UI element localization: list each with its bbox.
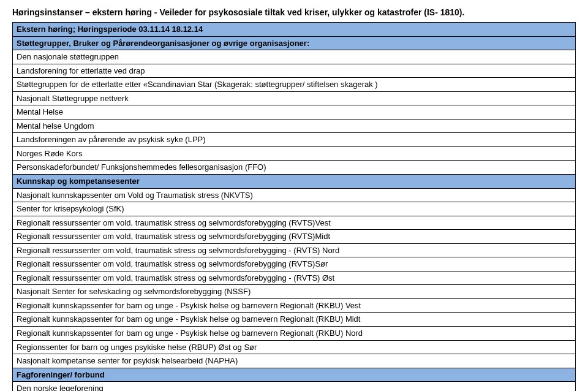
cell: Mental Helse — [13, 105, 576, 120]
table-row: Nasjonalt Senter for selvskading og selv… — [13, 285, 576, 299]
table-row: Støttegruppen for de etterlatte etter «S… — [13, 78, 576, 92]
table-row: Regionalt ressurssenter om vold, traumat… — [13, 257, 576, 271]
table-row: Regionalt ressurssenter om vold, traumat… — [13, 216, 576, 230]
table-row: Den nasjonale støttegruppen — [13, 50, 576, 64]
table-row: Regionalt ressurssenter om vold, traumat… — [13, 271, 576, 285]
period-header: Ekstern høring; Høringsperiode 03.11.14 … — [13, 23, 576, 37]
cell: Landsforeningen av pårørende av psykisk … — [13, 133, 576, 147]
section2-header: Kunnskap og kompetansesenter — [13, 175, 576, 189]
table-row: Senter for krisepsykologi (SfK) — [13, 202, 576, 216]
table-row: Landsforening for etterlatte ved drap — [13, 64, 576, 78]
cell: Regionalt kunnskapssenter for barn og un… — [13, 327, 576, 341]
table-row: Nasjonalt kunnskapssenter om Vold og Tra… — [13, 188, 576, 202]
cell: Regionalt ressurssenter om vold, traumat… — [13, 230, 576, 244]
table-row: Regionalt kunnskapssenter for barn og un… — [13, 327, 576, 341]
cell: Norges Røde Kors — [13, 146, 576, 161]
table-row: Landsforeningen av pårørende av psykisk … — [13, 133, 576, 147]
cell: Den norske legeforening — [13, 382, 576, 391]
table-row: Mental helse Ungdom — [13, 119, 576, 133]
table-row: Regionalt kunnskapssenter for barn og un… — [13, 298, 576, 313]
period-header-row: Ekstern høring; Høringsperiode 03.11.14 … — [13, 23, 576, 37]
cell: Personskadeforbundet/ Funksjonshemmedes … — [13, 161, 576, 175]
cell: Landsforening for etterlatte ved drap — [13, 64, 576, 78]
table-row: Regionssenter for barn og unges psykiske… — [13, 340, 576, 354]
cell: Nasjonalt kompetanse senter for psykisk … — [13, 354, 576, 368]
cell: Regionssenter for barn og unges psykiske… — [13, 340, 576, 354]
table-row: Den norske legeforening — [13, 382, 576, 391]
table-row: Regionalt ressurssenter om vold, traumat… — [13, 230, 576, 244]
table-row: Regionalt kunnskapssenter for barn og un… — [13, 313, 576, 327]
cell: Regionalt ressurssenter om vold, traumat… — [13, 257, 576, 271]
cell: Regionalt ressurssenter om vold, traumat… — [13, 216, 576, 230]
table-row: Nasjonalt kompetanse senter for psykisk … — [13, 354, 576, 368]
section-header-row: Støttegrupper, Bruker og Pårørendeorgani… — [13, 36, 576, 50]
cell: Støttegruppen for de etterlatte etter «S… — [13, 78, 576, 92]
cell: Regionalt ressurssenter om vold, traumat… — [13, 243, 576, 257]
table-row: Norges Røde Kors — [13, 146, 576, 161]
cell: Regionalt ressurssenter om vold, traumat… — [13, 271, 576, 285]
section-header-row: Kunnskap og kompetansesenter — [13, 175, 576, 189]
cell: Nasjonalt kunnskapssenter om Vold og Tra… — [13, 188, 576, 202]
table-row: Nasjonalt Støttegruppe nettverk — [13, 91, 576, 105]
cell: Mental helse Ungdom — [13, 119, 576, 133]
table-row: Mental Helse — [13, 105, 576, 120]
section-header-row: Fagforeninger/ forbund — [13, 368, 576, 382]
cell: Nasjonalt Støttegruppe nettverk — [13, 91, 576, 105]
cell: Regionalt kunnskapssenter for barn og un… — [13, 313, 576, 327]
cell: Senter for krisepsykologi (SfK) — [13, 202, 576, 216]
section3-header: Fagforeninger/ forbund — [13, 368, 576, 382]
page-title: Høringsinstanser – ekstern høring - Veil… — [12, 7, 576, 17]
cell: Regionalt kunnskapssenter for barn og un… — [13, 298, 576, 313]
document-table: Ekstern høring; Høringsperiode 03.11.14 … — [12, 22, 576, 391]
cell: Den nasjonale støttegruppen — [13, 50, 576, 64]
cell: Nasjonalt Senter for selvskading og selv… — [13, 285, 576, 299]
table-row: Regionalt ressurssenter om vold, traumat… — [13, 243, 576, 257]
table-row: Personskadeforbundet/ Funksjonshemmedes … — [13, 161, 576, 175]
section1-header: Støttegrupper, Bruker og Pårørendeorgani… — [13, 36, 576, 50]
